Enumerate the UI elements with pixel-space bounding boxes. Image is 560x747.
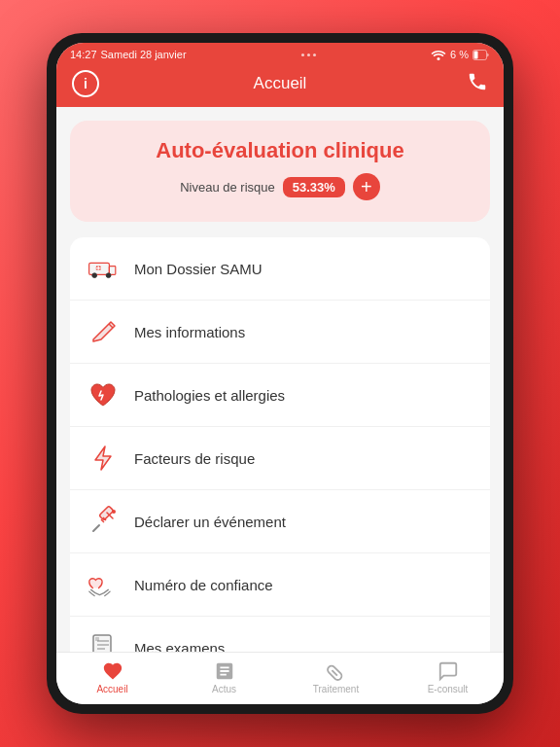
menu-label-declarer: Déclarer un événement (134, 514, 286, 530)
battery-level: 6 % (450, 49, 469, 60)
phone-icon (467, 71, 488, 92)
risk-level-row: Niveau de risque 53.33% + (89, 173, 471, 200)
svg-point-16 (112, 510, 116, 514)
menu-label-informations: Mes informations (134, 324, 245, 340)
hands-heart-icon (86, 567, 121, 602)
risk-value-badge: 53.33% (283, 177, 345, 197)
menu-item-declarer[interactable]: Déclarer un événement (70, 490, 490, 553)
menu-item-pathologies[interactable]: Pathologies et allergies (70, 364, 490, 427)
risk-card: Auto-évaluation clinique Niveau de risqu… (70, 121, 490, 222)
svg-line-11 (93, 525, 99, 531)
tab-news-icon (214, 660, 235, 682)
svg-point-7 (106, 273, 111, 278)
device-frame: 14:27 Samedi 28 janvier 6 % (47, 33, 513, 714)
syringe-icon (86, 504, 121, 539)
wifi-icon (431, 50, 446, 60)
menu-label-pathologies: Pathologies et allergies (134, 387, 285, 404)
svg-rect-12 (99, 506, 114, 520)
phone-button[interactable] (467, 71, 488, 97)
document-icon (86, 630, 121, 652)
tab-traitement[interactable]: Traitement (307, 660, 366, 694)
menu-label-examens: Mes examens (134, 640, 225, 653)
status-time: 14:27 (70, 49, 97, 60)
risk-plus-button[interactable]: + (353, 173, 380, 200)
pencil-icon (86, 314, 121, 349)
svg-line-22 (332, 670, 337, 676)
tab-label-traitement: Traitement (313, 684, 359, 694)
menu-list: Mon Dossier SAMU Mes informations (70, 237, 490, 652)
menu-label-dossier-samu: Mon Dossier SAMU (134, 261, 262, 277)
main-content: Auto-évaluation clinique Niveau de risqu… (56, 107, 504, 652)
menu-label-confiance: Numéro de confiance (134, 577, 273, 593)
menu-label-facteurs: Facteurs de risque (134, 450, 255, 467)
svg-rect-21 (95, 637, 99, 641)
tab-pill-icon (326, 660, 347, 682)
status-dots (301, 53, 316, 56)
status-left: 14:27 Samedi 28 janvier (70, 49, 187, 60)
ambulance-icon (86, 251, 121, 286)
tab-econsult[interactable]: E-consult (419, 660, 477, 694)
svg-rect-2 (474, 51, 478, 58)
svg-point-6 (92, 273, 97, 278)
tab-label-actus: Actus (212, 684, 236, 694)
status-right: 6 % (431, 49, 490, 60)
tab-bar: Accueil Actus Traitement E-consul (56, 652, 504, 704)
menu-item-informations[interactable]: Mes informations (70, 301, 490, 364)
menu-item-examens[interactable]: Mes examens (70, 617, 490, 652)
lightning-icon (86, 441, 121, 476)
status-bar: 14:27 Samedi 28 janvier 6 % (56, 43, 504, 64)
menu-item-facteurs[interactable]: Facteurs de risque (70, 427, 490, 490)
menu-item-dossier-samu[interactable]: Mon Dossier SAMU (70, 237, 490, 301)
heart-broken-icon (86, 377, 121, 412)
tab-label-econsult: E-consult (428, 684, 469, 694)
tab-accueil[interactable]: Accueil (84, 660, 142, 694)
svg-point-0 (438, 57, 440, 60)
tab-chat-icon (438, 660, 459, 682)
battery-icon (472, 50, 490, 60)
info-button[interactable]: i (72, 70, 99, 97)
device-screen: 14:27 Samedi 28 janvier 6 % (56, 43, 504, 704)
risk-card-title: Auto-évaluation clinique (89, 138, 471, 163)
menu-item-confiance[interactable]: Numéro de confiance (70, 553, 490, 617)
risk-label: Niveau de risque (180, 180, 275, 195)
tab-actus[interactable]: Actus (195, 660, 254, 694)
tab-heart-icon (102, 660, 123, 682)
app-header: i Accueil (56, 64, 504, 107)
tab-label-accueil: Accueil (96, 684, 127, 694)
header-title: Accueil (254, 74, 307, 93)
status-date: Samedi 28 janvier (101, 49, 187, 60)
